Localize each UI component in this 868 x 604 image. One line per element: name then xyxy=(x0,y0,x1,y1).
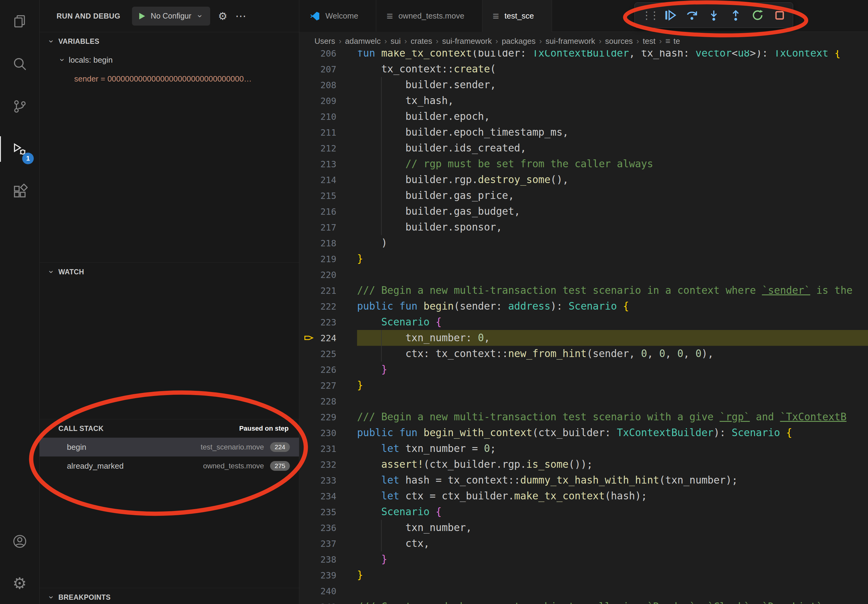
code-line[interactable]: 231 let txn_number = 0; xyxy=(299,441,868,457)
line-number[interactable]: 206 xyxy=(321,50,357,62)
gutter[interactable]: 217 xyxy=(299,219,357,235)
code-line[interactable]: 232 assert!(ctx_builder.rgp.is_some()); xyxy=(299,457,868,472)
breadcrumb-item[interactable]: Users xyxy=(315,37,335,46)
gutter[interactable]: 221 xyxy=(299,283,357,298)
code-line[interactable]: 227} xyxy=(299,378,868,393)
line-number[interactable]: 233 xyxy=(321,472,357,488)
code-text[interactable]: assert!(ctx_builder.rgp.is_some()); xyxy=(357,457,868,472)
line-number[interactable]: 212 xyxy=(321,141,357,156)
code-text[interactable]: builder.epoch, xyxy=(357,108,868,124)
gutter[interactable]: 215 xyxy=(299,187,357,203)
breadcrumb-item[interactable]: crates xyxy=(411,37,432,46)
code-editor[interactable]: 206fun make_tx_context(builder: TxContex… xyxy=(299,50,868,604)
source-control-icon[interactable] xyxy=(0,85,39,128)
step-out-button[interactable] xyxy=(725,2,747,28)
code-text[interactable]: builder.sponsor, xyxy=(357,219,868,235)
code-line[interactable]: 207 tx_context::create( xyxy=(299,61,868,77)
code-text[interactable]: /// Creates and shares system objects, a… xyxy=(357,599,868,604)
gutter[interactable]: 227 xyxy=(299,378,357,393)
code-text[interactable] xyxy=(357,267,868,283)
code-text[interactable]: builder.epoch_timestamp_ms, xyxy=(357,124,868,140)
code-text[interactable]: let ctx = ctx_builder.make_tx_context(ha… xyxy=(357,488,868,504)
gutter[interactable]: 214 xyxy=(299,172,357,187)
explorer-icon[interactable] xyxy=(0,0,39,43)
code-text[interactable]: builder.sender, xyxy=(357,77,868,93)
scope-row-locals[interactable]: › locals: begin xyxy=(40,51,299,69)
search-icon[interactable] xyxy=(0,43,39,85)
line-number[interactable]: 209 xyxy=(321,93,357,109)
code-text[interactable]: Scenario { xyxy=(357,314,868,330)
line-number[interactable]: 235 xyxy=(321,504,357,520)
gutter[interactable]: 223 xyxy=(299,314,357,330)
breadcrumb-item[interactable]: sui xyxy=(391,37,401,46)
continue-button[interactable] xyxy=(659,2,681,28)
gutter[interactable]: 213 xyxy=(299,156,357,172)
gutter[interactable]: 219 xyxy=(299,251,357,267)
settings-gear-icon[interactable]: ⚙ xyxy=(0,563,39,604)
breakpoints-header[interactable]: › BREAKPOINTS xyxy=(40,588,299,604)
gutter[interactable]: 240 xyxy=(299,583,357,599)
more-actions-icon[interactable]: ⋯ xyxy=(236,11,246,22)
code-line[interactable]: 235 Scenario { xyxy=(299,504,868,520)
account-icon[interactable] xyxy=(0,520,39,563)
gutter[interactable]: 236 xyxy=(299,520,357,536)
code-line[interactable]: 208 builder.sender, xyxy=(299,77,868,93)
line-number[interactable]: 225 xyxy=(321,346,357,362)
gutter[interactable]: 212 xyxy=(299,140,357,156)
code-text[interactable]: builder.gas_price, xyxy=(357,187,868,203)
code-text[interactable] xyxy=(357,393,868,409)
gutter[interactable]: 229 xyxy=(299,409,357,425)
gutter[interactable]: 207 xyxy=(299,61,357,77)
run-and-debug-icon[interactable]: 1 xyxy=(0,128,39,170)
line-number[interactable]: 224 xyxy=(321,330,357,346)
breadcrumb-item[interactable]: te xyxy=(673,37,680,46)
line-number[interactable]: 222 xyxy=(321,299,357,314)
gutter[interactable]: 210 xyxy=(299,108,357,124)
gutter[interactable]: 222 xyxy=(299,298,357,314)
code-line[interactable]: 209 tx_hash, xyxy=(299,93,868,108)
line-number[interactable]: 223 xyxy=(321,314,357,330)
line-number[interactable]: 228 xyxy=(321,393,357,409)
code-text[interactable]: } xyxy=(357,567,868,583)
code-text[interactable]: /// Begin a new multi-transaction test s… xyxy=(357,409,868,425)
gutter[interactable]: 234 xyxy=(299,488,357,504)
code-line[interactable]: 221/// Begin a new multi-transaction tes… xyxy=(299,283,868,298)
breadcrumb-item[interactable]: sui-framework xyxy=(546,37,595,46)
code-text[interactable]: } xyxy=(357,251,868,267)
code-line[interactable]: 214 builder.rgp.destroy_some(), xyxy=(299,172,868,187)
line-number[interactable]: 241 xyxy=(321,599,357,604)
call-stack-header[interactable]: › CALL STACK Paused on step xyxy=(40,420,299,438)
breadcrumb-item[interactable]: sui-framework xyxy=(442,37,492,46)
code-text[interactable]: txn_number, xyxy=(357,520,868,536)
gutter[interactable]: 211 xyxy=(299,124,357,140)
line-number[interactable]: 207 xyxy=(321,62,357,77)
code-line[interactable]: 222public fun begin(sender: address): Sc… xyxy=(299,298,868,314)
tab-welcome[interactable]: Welcome xyxy=(299,0,376,32)
code-text[interactable]: } xyxy=(357,362,868,378)
stop-button[interactable] xyxy=(769,2,790,28)
code-line[interactable]: 215 builder.gas_price, xyxy=(299,187,868,203)
code-line[interactable]: 206fun make_tx_context(builder: TxContex… xyxy=(299,50,868,61)
gutter[interactable]: 237 xyxy=(299,536,357,551)
code-line[interactable]: 234 let ctx = ctx_builder.make_tx_contex… xyxy=(299,488,868,504)
code-line[interactable]: 224 txn_number: 0, xyxy=(299,330,868,346)
code-line[interactable]: 236 txn_number, xyxy=(299,520,868,536)
code-text[interactable]: builder.rgp.destroy_some(), xyxy=(357,172,868,187)
line-number[interactable]: 238 xyxy=(321,552,357,567)
line-number[interactable]: 221 xyxy=(321,283,357,299)
gutter[interactable]: 241 xyxy=(299,599,357,604)
code-line[interactable]: 237 ctx, xyxy=(299,536,868,551)
step-over-button[interactable] xyxy=(681,2,703,28)
code-line[interactable]: 233 let hash = tx_context::dummy_tx_hash… xyxy=(299,472,868,488)
line-number[interactable]: 210 xyxy=(321,109,357,125)
code-line[interactable]: 225 ctx: tx_context::new_from_hint(sende… xyxy=(299,346,868,362)
line-number[interactable]: 230 xyxy=(321,425,357,441)
line-number[interactable]: 231 xyxy=(321,441,357,457)
code-text[interactable] xyxy=(357,583,868,599)
gutter[interactable]: 220 xyxy=(299,267,357,283)
gutter[interactable]: 228 xyxy=(299,393,357,409)
code-line[interactable]: 241/// Creates and shares system objects… xyxy=(299,599,868,604)
gutter[interactable]: 233 xyxy=(299,472,357,488)
line-number[interactable]: 236 xyxy=(321,520,357,536)
variable-row-sender[interactable]: sender = 0000000000000000000000000000000… xyxy=(40,69,299,88)
